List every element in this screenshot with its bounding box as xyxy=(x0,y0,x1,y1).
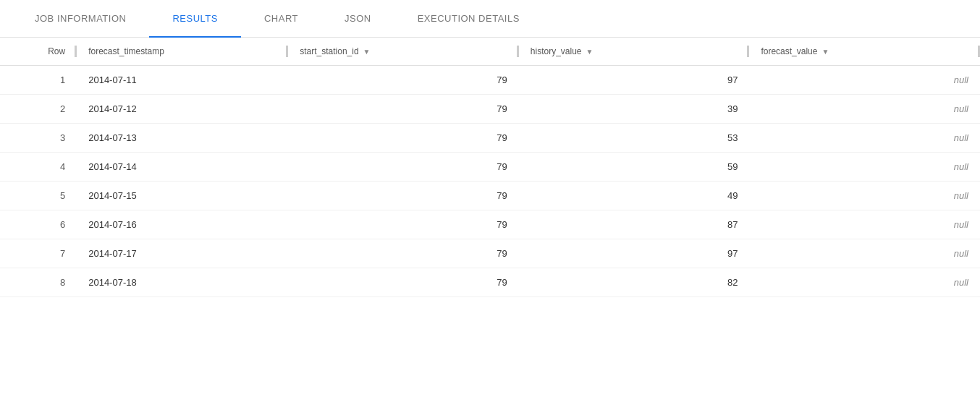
cell-row-number: 1 xyxy=(0,66,77,95)
filter-icon-history[interactable]: ▼ xyxy=(586,48,594,56)
table-row: 52014-07-157949null xyxy=(0,182,980,210)
table-row: 32014-07-137953null xyxy=(0,124,980,153)
cell-start-station-id: 79 xyxy=(288,239,519,268)
cell-forecast-timestamp: 2014-07-14 xyxy=(77,153,288,182)
cell-start-station-id: 79 xyxy=(288,153,519,182)
cell-forecast-value: null xyxy=(749,210,980,239)
table-row: 22014-07-127939null xyxy=(0,95,980,124)
table-row: 12014-07-117997null xyxy=(0,66,980,95)
cell-start-station-id: 79 xyxy=(288,182,519,210)
cell-forecast-value: null xyxy=(749,268,980,297)
cell-row-number: 5 xyxy=(0,182,77,210)
tab-results[interactable]: RESULTS xyxy=(149,0,241,37)
cell-forecast-value: null xyxy=(749,182,980,210)
cell-row-number: 8 xyxy=(0,268,77,297)
cell-start-station-id: 79 xyxy=(288,210,519,239)
col-header-start-station-id: start_station_id ▼ xyxy=(288,38,519,66)
filter-icon-forecast-value[interactable]: ▼ xyxy=(821,48,829,56)
table-row: 82014-07-187982null xyxy=(0,268,980,297)
table-container: Row forecast_timestamp start_station_id … xyxy=(0,38,980,297)
filter-icon-start-station[interactable]: ▼ xyxy=(363,48,371,56)
cell-start-station-id: 79 xyxy=(288,124,519,153)
col-header-forecast-value: forecast_value ▼ xyxy=(749,38,980,66)
cell-row-number: 4 xyxy=(0,153,77,182)
col-header-history-value: history_value ▼ xyxy=(519,38,750,66)
cell-start-station-id: 79 xyxy=(288,268,519,297)
table-row: 42014-07-147959null xyxy=(0,153,980,182)
cell-start-station-id: 79 xyxy=(288,66,519,95)
header-row: Row forecast_timestamp start_station_id … xyxy=(0,38,980,66)
table-row: 72014-07-177997null xyxy=(0,239,980,268)
col-header-forecast-timestamp-label: forecast_timestamp xyxy=(88,46,164,56)
tab-chart[interactable]: CHART xyxy=(241,0,321,37)
results-table: Row forecast_timestamp start_station_id … xyxy=(0,38,980,297)
col-header-start-station-id-label: start_station_id xyxy=(300,46,358,56)
cell-forecast-timestamp: 2014-07-11 xyxy=(77,66,288,95)
cell-history-value: 53 xyxy=(519,124,750,153)
tab-execution-details[interactable]: EXECUTION DETAILS xyxy=(394,0,543,37)
cell-forecast-value: null xyxy=(749,124,980,153)
cell-history-value: 97 xyxy=(519,66,750,95)
cell-history-value: 49 xyxy=(519,182,750,210)
cell-forecast-timestamp: 2014-07-13 xyxy=(77,124,288,153)
cell-history-value: 87 xyxy=(519,210,750,239)
col-header-forecast-value-label: forecast_value xyxy=(761,46,817,56)
col-header-row-label: Row xyxy=(48,46,65,56)
tab-json[interactable]: JSON xyxy=(321,0,394,37)
cell-history-value: 97 xyxy=(519,239,750,268)
cell-history-value: 82 xyxy=(519,268,750,297)
cell-forecast-timestamp: 2014-07-18 xyxy=(77,268,288,297)
cell-forecast-value: null xyxy=(749,239,980,268)
cell-forecast-timestamp: 2014-07-12 xyxy=(77,95,288,124)
cell-row-number: 2 xyxy=(0,95,77,124)
cell-row-number: 3 xyxy=(0,124,77,153)
cell-history-value: 39 xyxy=(519,95,750,124)
cell-row-number: 7 xyxy=(0,239,77,268)
cell-start-station-id: 79 xyxy=(288,95,519,124)
cell-forecast-timestamp: 2014-07-15 xyxy=(77,182,288,210)
cell-row-number: 6 xyxy=(0,210,77,239)
cell-forecast-value: null xyxy=(749,95,980,124)
cell-history-value: 59 xyxy=(519,153,750,182)
col-header-forecast-timestamp: forecast_timestamp xyxy=(77,38,288,66)
tab-job-information[interactable]: JOB INFORMATION xyxy=(12,0,149,37)
cell-forecast-timestamp: 2014-07-16 xyxy=(77,210,288,239)
table-body: 12014-07-117997null22014-07-127939null32… xyxy=(0,66,980,297)
col-header-row: Row xyxy=(0,38,77,66)
col-header-history-value-label: history_value xyxy=(531,46,582,56)
cell-forecast-value: null xyxy=(749,153,980,182)
table-header: Row forecast_timestamp start_station_id … xyxy=(0,38,980,66)
cell-forecast-timestamp: 2014-07-17 xyxy=(77,239,288,268)
table-row: 62014-07-167987null xyxy=(0,210,980,239)
tabs-container: JOB INFORMATIONRESULTSCHARTJSONEXECUTION… xyxy=(0,0,980,38)
cell-forecast-value: null xyxy=(749,66,980,95)
